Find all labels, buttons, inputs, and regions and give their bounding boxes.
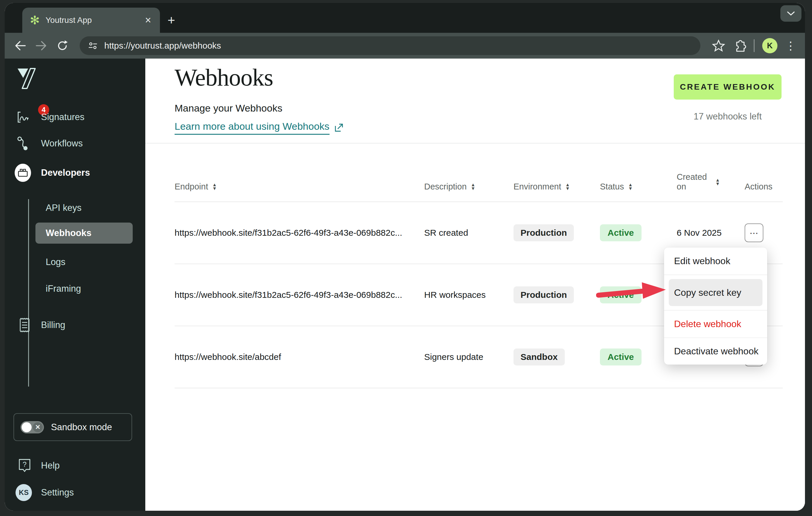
site-settings-icon	[88, 41, 98, 50]
browser-toolbar: https://youtrust.app/webhooks K ⋮	[5, 33, 805, 59]
sidebar-item-webhooks[interactable]: Webhooks	[35, 222, 133, 244]
toggle-knob	[22, 422, 32, 432]
new-tab-button[interactable]: +	[168, 13, 175, 28]
sidebar-item-iframing[interactable]: iFraming	[5, 278, 145, 299]
browser-menu-icon[interactable]: ⋮	[785, 40, 796, 51]
ellipsis-icon: ⋯	[750, 228, 758, 238]
reload-icon	[57, 40, 68, 52]
chevron-down-icon	[786, 10, 795, 17]
browser-tab[interactable]: ✻ Youtrust App ×	[22, 8, 160, 33]
user-avatar: KS	[16, 484, 32, 501]
sidebar-item-billing[interactable]: Billing	[5, 314, 145, 336]
row-actions-button[interactable]: ⋯	[745, 223, 763, 242]
reload-button[interactable]	[56, 39, 69, 53]
browser-profile-avatar[interactable]: K	[762, 38, 777, 53]
menu-item-deactivate-webhook[interactable]: Deactivate webhook	[664, 338, 767, 365]
sidebar-item-settings[interactable]: KS Settings	[5, 482, 145, 503]
environment-badge: Sandbox	[514, 348, 565, 365]
sidebar: 4 Signatures Workflows	[5, 59, 145, 511]
tab-search-button[interactable]	[780, 5, 802, 22]
sort-icon: ▲▼	[566, 183, 570, 190]
sort-icon: ▲▼	[212, 183, 217, 190]
tab-title: Youtrust App	[46, 16, 138, 25]
menu-item-copy-secret-key[interactable]: Copy secret key	[669, 279, 762, 306]
developers-icon	[14, 164, 31, 181]
sidebar-item-signatures[interactable]: 4 Signatures	[5, 107, 145, 128]
endpoint-cell: https://webhook.site/f31b2ac5-62f6-49f3-…	[175, 290, 424, 300]
status-badge: Active	[600, 348, 641, 365]
page-subtitle: Manage your Webhooks	[175, 102, 282, 114]
description-cell: HR workspaces	[424, 290, 514, 300]
back-button[interactable]	[13, 39, 27, 53]
sidebar-item-developers[interactable]: Developers	[5, 162, 145, 183]
sidebar-item-workflows[interactable]: Workflows	[5, 133, 145, 154]
column-header-status[interactable]: Status ▲▼	[600, 182, 677, 202]
sidebar-item-api-keys[interactable]: API keys	[5, 198, 145, 218]
menu-item-delete-webhook[interactable]: Delete webhook	[664, 310, 767, 338]
sort-icon: ▲▼	[715, 178, 720, 186]
forward-arrow-icon	[35, 40, 48, 51]
page-title: Webhooks	[175, 64, 273, 91]
forward-button[interactable]	[35, 39, 48, 53]
column-header-environment[interactable]: Environment ▲▼	[514, 182, 600, 202]
sandbox-toggle[interactable]: ✕	[21, 421, 44, 433]
column-header-actions: Actions	[745, 182, 783, 202]
app-logo	[17, 67, 37, 90]
environment-badge: Production	[514, 224, 574, 241]
sidebar-item-logs[interactable]: Logs	[5, 251, 145, 273]
status-badge: Active	[600, 224, 641, 241]
bookmark-star-icon[interactable]	[712, 39, 725, 52]
description-cell: SR created	[424, 228, 514, 238]
endpoint-cell: https://webhook.site/f31b2ac5-62f6-49f3-…	[175, 228, 424, 238]
sandbox-mode-control: ✕ Sandbox mode	[13, 413, 132, 441]
external-link-icon	[334, 123, 344, 132]
billing-icon	[17, 317, 33, 333]
learn-more-link[interactable]: Learn more about using Webhooks	[175, 121, 344, 135]
column-header-description[interactable]: Description ▲▼	[424, 182, 514, 202]
column-header-endpoint[interactable]: Endpoint ▲▼	[175, 182, 424, 202]
signatures-icon: 4	[17, 109, 33, 125]
back-arrow-icon	[14, 40, 26, 51]
workflows-icon	[17, 135, 33, 152]
annotation-arrow	[596, 279, 669, 305]
description-cell: Signers update	[424, 352, 514, 362]
tab-strip: ✻ Youtrust App × +	[5, 3, 805, 33]
help-icon: ?	[17, 457, 33, 474]
sort-icon: ▲▼	[628, 183, 633, 190]
extensions-puzzle-icon[interactable]	[733, 39, 746, 52]
sort-icon: ▲▼	[471, 183, 475, 190]
environment-badge: Production	[514, 286, 574, 303]
tab-close-icon[interactable]: ×	[144, 15, 152, 26]
webhooks-quota: 17 webhooks left	[674, 111, 782, 122]
row-actions-menu: Edit webhook Copy secret key Delete webh…	[664, 247, 767, 365]
toggle-off-icon: ✕	[33, 422, 43, 432]
column-header-created-on[interactable]: Created on ▲▼	[677, 172, 745, 202]
endpoint-cell: https://webhook.site/abcdef	[175, 352, 424, 362]
toolbar-separator	[754, 39, 755, 52]
menu-item-edit-webhook[interactable]: Edit webhook	[664, 247, 767, 275]
created-on-cell: 6 Nov 2025	[677, 228, 745, 238]
toolbar-actions: K ⋮	[712, 38, 796, 53]
tab-favicon-icon: ✻	[30, 14, 40, 26]
svg-text:?: ?	[23, 460, 26, 468]
sidebar-item-help[interactable]: ? Help	[5, 455, 145, 476]
table-header-row: Endpoint ▲▼ Description ▲▼ Environment ▲…	[175, 143, 783, 202]
url-text: https://youtrust.app/webhooks	[104, 41, 221, 51]
create-webhook-button[interactable]: CREATE WEBHOOK	[674, 74, 782, 99]
url-bar[interactable]: https://youtrust.app/webhooks	[80, 36, 700, 55]
